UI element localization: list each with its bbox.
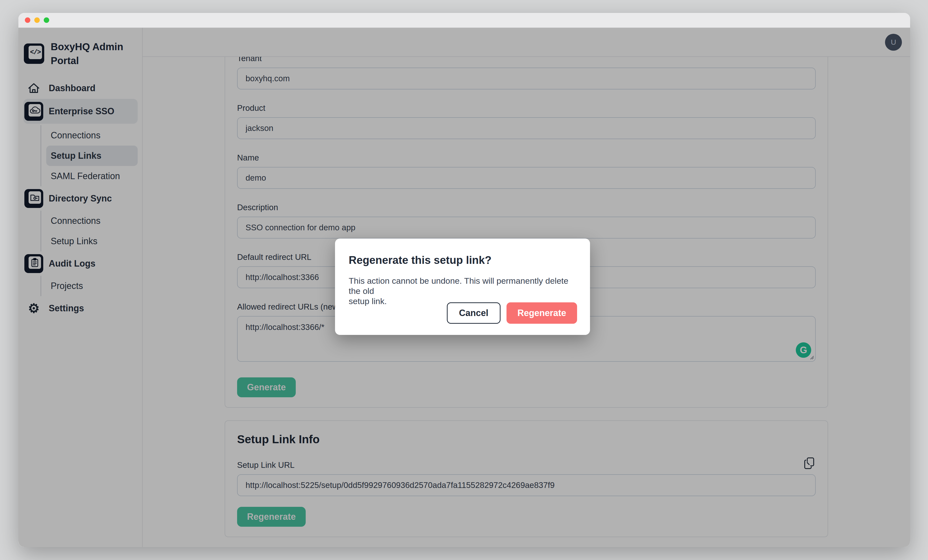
- close-window-button[interactable]: [25, 17, 31, 23]
- zoom-window-button[interactable]: [44, 17, 49, 23]
- cancel-button[interactable]: Cancel: [447, 302, 501, 324]
- minimize-window-button[interactable]: [34, 17, 40, 23]
- confirm-regenerate-button[interactable]: Regenerate: [507, 302, 577, 324]
- modal-body-line1: This action cannot be undone. This will …: [349, 276, 577, 296]
- app-window: </> BoxyHQ Admin Portal Dashboard: [18, 13, 910, 547]
- modal-title: Regenerate this setup link?: [349, 254, 577, 266]
- window-titlebar: [18, 13, 910, 28]
- regenerate-confirm-modal: Regenerate this setup link? This action …: [335, 238, 590, 335]
